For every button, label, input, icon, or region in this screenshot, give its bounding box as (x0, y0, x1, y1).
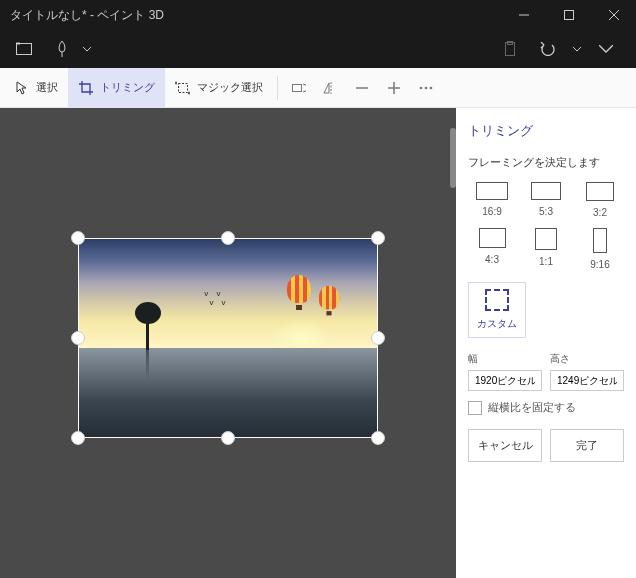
ratio-4-3[interactable]: 4:3 (468, 228, 516, 270)
minimize-button[interactable] (501, 0, 546, 30)
select-tool[interactable]: 選択 (4, 68, 68, 108)
canvas-image: v v v v (78, 238, 378, 438)
dimensions-row: 幅 高さ (468, 352, 624, 391)
menu-file-icon[interactable] (8, 33, 40, 65)
minus-tool[interactable] (346, 68, 378, 108)
paste-icon[interactable] (494, 33, 526, 65)
divider (277, 76, 278, 100)
ratio-grid: 16:9 5:3 3:2 4:3 1:1 9:16 (468, 182, 624, 270)
window-controls (501, 0, 636, 30)
svg-rect-4 (17, 44, 32, 55)
expand-chevron-icon[interactable] (590, 33, 622, 65)
button-row: キャンセル 完了 (468, 429, 624, 462)
lock-aspect-checkbox[interactable] (468, 401, 482, 415)
ratio-5-3[interactable]: 5:3 (522, 182, 570, 218)
side-panel: トリミング フレーミングを決定します 16:9 5:3 3:2 4:3 1:1 … (456, 108, 636, 578)
crop-selection[interactable]: v v v v (78, 238, 378, 438)
panel-title: トリミング (468, 122, 624, 140)
app-title: タイトルなし* - ペイント 3D (10, 7, 164, 24)
svg-rect-10 (293, 84, 302, 91)
crop-handle-ml[interactable] (71, 331, 85, 345)
flip-tool[interactable] (314, 68, 346, 108)
titlebar: タイトルなし* - ペイント 3D (0, 0, 636, 30)
done-button[interactable]: 完了 (550, 429, 624, 462)
crop-handle-br[interactable] (371, 431, 385, 445)
cursor-icon (14, 80, 30, 96)
crop-handle-bc[interactable] (221, 431, 235, 445)
crop-icon (78, 80, 94, 96)
magic-select-tool[interactable]: マジック選択 (165, 68, 273, 108)
crop-handle-tc[interactable] (221, 231, 235, 245)
crop-handle-tl[interactable] (71, 231, 85, 245)
ratio-1-1[interactable]: 1:1 (522, 228, 570, 270)
custom-box-icon (485, 289, 509, 311)
cancel-button[interactable]: キャンセル (468, 429, 542, 462)
width-input[interactable] (468, 370, 542, 391)
svg-point-17 (430, 86, 433, 89)
crop-handle-bl[interactable] (71, 431, 85, 445)
workspace: v v v v トリミング フレーミングを決定します 16:9 5:3 3:2 … (0, 108, 636, 578)
scrollbar[interactable] (450, 128, 456, 558)
toolbar: 選択 トリミング マジック選択 (0, 68, 636, 108)
magic-label: マジック選択 (197, 80, 263, 95)
select-label: 選択 (36, 80, 58, 95)
ratio-custom[interactable]: カスタム (468, 282, 526, 338)
ratio-16-9[interactable]: 16:9 (468, 182, 516, 218)
crop-tool[interactable]: トリミング (68, 68, 165, 108)
canvas-area[interactable]: v v v v (0, 108, 456, 578)
crop-handle-mr[interactable] (371, 331, 385, 345)
svg-rect-1 (564, 11, 573, 20)
svg-point-15 (420, 86, 423, 89)
maximize-button[interactable] (546, 0, 591, 30)
lock-aspect-label: 縦横比を固定する (488, 401, 576, 415)
history-chevron-icon[interactable] (570, 33, 584, 65)
crop-label: トリミング (100, 80, 155, 95)
magic-icon (175, 80, 191, 96)
lock-aspect-row[interactable]: 縦横比を固定する (468, 401, 624, 415)
crop-handle-tr[interactable] (371, 231, 385, 245)
plus-tool[interactable] (378, 68, 410, 108)
height-input[interactable] (550, 370, 624, 391)
undo-icon[interactable] (532, 33, 564, 65)
menu-chevron-down-icon[interactable] (80, 33, 94, 65)
panel-desc: フレーミングを決定します (468, 156, 624, 170)
menubar (0, 30, 636, 68)
more-tool[interactable] (410, 68, 442, 108)
ratio-9-16[interactable]: 9:16 (576, 228, 624, 270)
rotate-tool[interactable] (282, 68, 314, 108)
height-label: 高さ (550, 352, 624, 366)
close-button[interactable] (591, 0, 636, 30)
ratio-3-2[interactable]: 3:2 (576, 182, 624, 218)
width-label: 幅 (468, 352, 542, 366)
svg-rect-9 (179, 83, 188, 92)
menu-brush-icon[interactable] (46, 33, 78, 65)
svg-point-16 (425, 86, 428, 89)
